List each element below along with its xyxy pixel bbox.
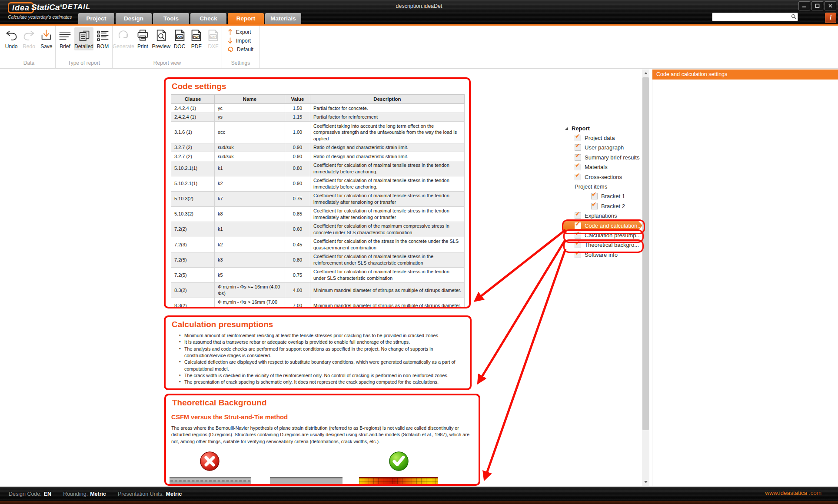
dxf-icon: DXF (206, 28, 220, 43)
app-window: idea StatiCa® DETAIL description.ideaDet… (0, 0, 838, 504)
cell-value: 0.60 (285, 222, 310, 237)
checkbox[interactable]: ✔ (575, 144, 581, 151)
checkbox[interactable]: ✔ (575, 174, 581, 180)
tab[interactable]: Design (116, 13, 152, 24)
table-header-row: Clause Name Value Description (171, 95, 465, 104)
scrollbar-thumb[interactable] (642, 77, 649, 430)
tab[interactable]: Project (78, 13, 114, 24)
cell-description: Coefficient for calculation of the stres… (310, 237, 465, 252)
tree-item[interactable]: ✔ Cross-sections (563, 172, 642, 182)
tab[interactable]: Report (228, 13, 264, 24)
tab[interactable]: Check (190, 13, 226, 24)
design-code-value: EN (44, 491, 51, 497)
bom-button[interactable]: BOM (93, 27, 112, 50)
save-button[interactable]: Save (38, 27, 55, 50)
cell-value: 0.80 (285, 161, 310, 176)
search-box (712, 13, 798, 21)
table-row: 5.10.3(2) k7 0.75 Coefficient for calcul… (171, 191, 465, 206)
generate-button[interactable]: Generate (113, 27, 134, 50)
dxf-button[interactable]: DXF DXF (205, 27, 222, 50)
theory-paragraph: The areas where the Bernoulli-Navier hyp… (171, 425, 473, 445)
cell-description: Minimum mandrel diameter of stirrups as … (310, 298, 465, 308)
print-icon (136, 28, 150, 43)
group-label-data: Data (3, 59, 55, 68)
brief-button[interactable]: Brief (56, 27, 74, 50)
import-button[interactable]: Import (227, 37, 255, 44)
cell-clause: 8.3(2) (171, 282, 215, 298)
checkbox[interactable]: ✔ (575, 154, 581, 161)
theoretical-background-section: Theoretical Background CSFM versus the S… (164, 394, 480, 486)
print-button[interactable]: Print (134, 27, 151, 50)
tree-item[interactable]: ✔ Project data (563, 133, 642, 143)
search-input[interactable] (713, 13, 790, 21)
tree-item-label[interactable]: Bracket 1 (601, 193, 625, 199)
cell-clause: 7.2(5) (171, 267, 215, 282)
tree-item[interactable]: ✔ Bracket 1 (563, 192, 642, 201)
tree-item-label[interactable]: Summary brief results (585, 154, 639, 161)
preview-button[interactable]: Preview (151, 27, 171, 50)
cell-name: k8 (215, 206, 285, 222)
tab[interactable]: Materials (265, 13, 301, 24)
tree-item[interactable]: ✔ Summary brief results (563, 153, 642, 162)
list-item: The presentation of crack spacing is sch… (179, 379, 471, 385)
checkbox[interactable]: ✔ (575, 135, 581, 141)
undo-label: Undo (5, 43, 18, 50)
website-link[interactable]: www.ideastatica .com (765, 490, 821, 496)
tree-item-label[interactable]: Report (572, 125, 590, 132)
tree-item-label[interactable]: Cross-sections (585, 174, 622, 180)
checkbox[interactable]: ✔ (575, 164, 581, 170)
table-row: 3.2.7 (2) εud/εuk 0.90 Ratio of design a… (171, 152, 465, 161)
search-icon[interactable] (791, 14, 797, 20)
list-item: The analysis and code checks are perform… (179, 346, 471, 359)
checkbox[interactable]: ✔ (591, 193, 598, 199)
scroll-down-button[interactable] (642, 478, 649, 486)
pdf-button[interactable]: PDF PDF (188, 27, 205, 50)
tree-item-label[interactable]: Project data (585, 135, 615, 141)
units-value: Metric (166, 491, 182, 497)
vertical-scrollbar[interactable] (642, 70, 649, 486)
cell-name: k5 (215, 267, 285, 282)
redo-icon (22, 28, 36, 43)
tree-item-label[interactable]: Bracket 2 (601, 203, 625, 209)
cell-name: k7 (215, 191, 285, 206)
close-button[interactable] (825, 1, 836, 10)
redo-label: Redo (23, 43, 35, 50)
website-main: www.ideastatica (765, 490, 807, 496)
default-button[interactable]: Default (227, 46, 255, 53)
tree-item[interactable]: ✔ Bracket 2 (563, 201, 642, 211)
cell-description: Partial factor for concrete. (310, 104, 465, 113)
tree-item[interactable]: ✔ Report (563, 123, 642, 133)
cell-name: εud/εuk (215, 143, 285, 152)
tree-item[interactable]: ✔ Materials (563, 162, 642, 172)
tree-item[interactable]: ✔ Project items (563, 182, 642, 191)
export-button[interactable]: Export (227, 28, 255, 36)
tree-item[interactable]: ✔ User paragraph (563, 143, 642, 153)
table-row: 3.1.6 (1) αcc 1.00 Coefficient taking in… (171, 122, 465, 143)
cell-clause: 7.2(2) (171, 222, 215, 237)
checkbox[interactable]: ✔ (591, 203, 598, 209)
tree-item-label[interactable]: Explanations (585, 212, 617, 219)
cell-description: Coefficient for calculation of maximal t… (310, 267, 465, 282)
tree-item-label[interactable]: User paragraph (585, 144, 624, 151)
beam-heatmap (359, 477, 438, 486)
tree-item-label[interactable]: Materials (585, 164, 608, 170)
checkbox[interactable]: ✔ (575, 212, 581, 219)
undo-button[interactable]: Undo (3, 27, 20, 50)
maximize-button[interactable] (811, 1, 823, 10)
scroll-up-button[interactable] (642, 70, 649, 77)
generate-icon (116, 28, 131, 43)
print-label: Print (137, 43, 148, 50)
redo-button[interactable]: Redo (20, 27, 37, 50)
undo-icon (4, 28, 19, 43)
tree-item-label[interactable]: Project items (575, 183, 607, 190)
cell-description: Coefficient for calculation of maximal t… (310, 161, 465, 176)
title-bar: idea StatiCa® DETAIL description.ideaDet… (0, 0, 838, 26)
col-description: Description (310, 95, 465, 104)
tab[interactable]: Tools (153, 13, 189, 24)
detailed-button[interactable]: Detailed (74, 27, 93, 50)
expander-icon[interactable] (565, 127, 568, 130)
ribbon-group-view: Generate Print (113, 26, 222, 68)
doc-button[interactable]: DOC DOC (171, 27, 188, 50)
info-button[interactable]: i (825, 13, 836, 23)
minimize-button[interactable] (798, 1, 810, 10)
